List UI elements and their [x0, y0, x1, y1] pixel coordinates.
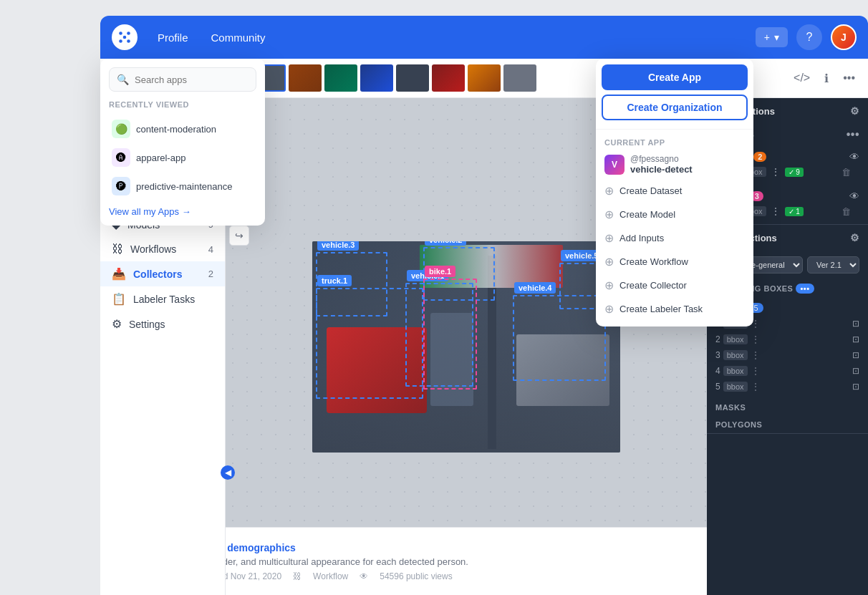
bbox-copy-3[interactable]: ⊡ [852, 350, 859, 360]
workflows-label: Workflows [130, 243, 176, 255]
code-button[interactable]: </> [789, 67, 814, 90]
truck-bbox-dots[interactable]: ⋮ [771, 166, 781, 178]
collapse-panel-button[interactable]: ◀ [221, 465, 235, 480]
bike-visibility-icon[interactable]: 👁 [849, 190, 859, 202]
nav-community[interactable]: Community [206, 29, 271, 47]
nav-item-collectors[interactable]: 📥 Collectors 2 [100, 261, 225, 286]
community-meta: 📅 Last Updated Nov 21, 2020 ⛓ Workflow 👁… [155, 571, 743, 581]
regions-more-icon[interactable]: ••• [847, 128, 859, 141]
vehicle-count-badge: ••• [796, 284, 814, 294]
polygons-label: POLYGONS [707, 416, 868, 433]
community-content: clarifai / main / demographics Predict a… [155, 542, 743, 581]
bbox-num-3: 3 [715, 350, 720, 360]
create-collector-icon: ⊕ [604, 279, 614, 292]
settings-label: Settings [129, 319, 165, 330]
image-container: vehicle.3 vehicle.2 truck.1 vehicle.1 bi… [312, 241, 620, 453]
create-model-icon: ⊕ [604, 208, 614, 221]
create-labeler-label: Create Labeler Task [619, 304, 703, 314]
search-input[interactable] [135, 74, 255, 85]
user-avatar[interactable]: J [831, 24, 857, 50]
logo[interactable] [112, 24, 138, 50]
predictions-settings-icon[interactable]: ⚙ [850, 232, 859, 243]
dd-create-model[interactable]: ⊕ Create Model [596, 203, 753, 226]
bbox-copy-1[interactable]: ⊡ [852, 319, 859, 329]
truck-delete-icon[interactable]: 🗑 [842, 167, 851, 178]
workflow-type: Workflow [313, 571, 348, 581]
thumb-3[interactable] [324, 64, 357, 92]
current-app-row: V @fpessagno vehicle-detect [596, 150, 753, 179]
thumb-4[interactable] [360, 64, 393, 92]
thumb-5[interactable] [396, 64, 429, 92]
community-title: clarifai / main / demographics [155, 542, 743, 553]
label-vehicle4: vehicle.4 [514, 282, 556, 294]
bbox-copy-2[interactable]: ⊡ [852, 334, 859, 344]
app-icon-predictive: 🅟 [112, 177, 130, 195]
create-collector-label: Create Collector [619, 280, 687, 291]
app-item-content-moderation[interactable]: 🟢 content-moderation [109, 115, 256, 143]
version-select[interactable]: Ver 2.1 [807, 256, 859, 274]
main-image: vehicle.3 vehicle.2 truck.1 vehicle.1 bi… [312, 241, 620, 453]
nav-item-workflows[interactable]: ⛓ Workflows 4 [100, 237, 225, 261]
workflows-count: 4 [208, 244, 213, 255]
create-dropdown: Create App Create Organization CURRENT A… [596, 59, 753, 326]
more-button[interactable]: ••• [839, 67, 859, 90]
recently-viewed-label: RECENTLY VIEWED [109, 100, 256, 109]
nav-profile[interactable]: Profile [152, 29, 194, 47]
nav-item-settings[interactable]: ⚙ Settings [100, 311, 225, 337]
label-vehicle3: vehicle.3 [317, 241, 359, 251]
info-button[interactable]: ℹ [820, 67, 833, 90]
app-icon-apparel: 🅐 [112, 148, 130, 167]
create-labeler-icon: ⊕ [604, 302, 614, 316]
app-item-predictive[interactable]: 🅟 predictive-maintenance [109, 172, 256, 200]
bbox-dots-2[interactable]: ⋮ [751, 334, 761, 345]
view-all-apps-link[interactable]: View all my Apps → [109, 206, 256, 217]
bbox-dots-5[interactable]: ⋮ [751, 381, 761, 392]
truck-visibility-icon[interactable]: 👁 [849, 151, 859, 163]
bbox-dots-4[interactable]: ⋮ [751, 365, 761, 377]
labeler-icon: 📋 [112, 292, 126, 306]
collectors-count: 2 [208, 269, 213, 279]
annotations-settings-icon[interactable]: ⚙ [850, 105, 859, 117]
nav-links: Profile Community [152, 29, 741, 47]
redo-button[interactable]: ↪ [229, 226, 249, 246]
nav-right: + ▾ ? J [756, 24, 857, 50]
create-org-button[interactable]: Create Organization [602, 95, 748, 120]
bbox-row-4: 4 bbox ⋮ ⊡ [715, 363, 859, 379]
bike-delete-icon[interactable]: 🗑 [842, 206, 851, 217]
dd-create-workflow[interactable]: ⊕ Create Workflow [596, 250, 753, 274]
create-workflow-icon: ⊕ [604, 255, 614, 269]
create-app-button[interactable]: Create App [602, 64, 748, 90]
bike-bbox-dots[interactable]: ⋮ [771, 205, 781, 217]
create-dataset-label: Create Dataset [619, 185, 682, 196]
bbox-dots-3[interactable]: ⋮ [751, 349, 761, 361]
dd-add-inputs[interactable]: ⊕ Add Inputs [596, 226, 753, 250]
svg-point-3 [119, 39, 122, 43]
bike-check-badge: ✓ 1 [785, 207, 804, 216]
thumb-2[interactable] [289, 64, 322, 92]
thumb-6[interactable] [432, 64, 465, 92]
bbox-copy-4[interactable]: ⊡ [852, 366, 859, 376]
thumb-8[interactable] [503, 64, 536, 92]
image-strip [253, 64, 536, 92]
app-item-apparel[interactable]: 🅐 apparel-app [109, 143, 256, 172]
thumb-7[interactable] [468, 64, 501, 92]
community-app-link[interactable]: demographics [227, 542, 296, 553]
add-button[interactable]: + ▾ [756, 27, 788, 47]
bbox-row-2: 2 bbox ⋮ ⊡ [715, 332, 859, 347]
labeler-label: Labeler Tasks [133, 294, 195, 305]
dd-create-dataset[interactable]: ⊕ Create Dataset [596, 179, 753, 203]
nav-item-labeler-tasks[interactable]: 📋 Labeler Tasks [100, 286, 225, 311]
add-inputs-icon: ⊕ [604, 231, 614, 245]
bbox-num-2: 2 [715, 334, 720, 344]
current-app-title: vehicle-detect [630, 164, 745, 175]
dd-create-labeler-task[interactable]: ⊕ Create Labeler Task [596, 297, 753, 321]
bbox-label-2: bbox [723, 334, 748, 344]
bbox-label-3: bbox [723, 350, 748, 360]
help-button[interactable]: ? [796, 24, 822, 50]
current-app-info: @fpessagno vehicle-detect [630, 154, 745, 175]
bbox-copy-5[interactable]: ⊡ [852, 382, 859, 392]
dd-create-collector[interactable]: ⊕ Create Collector [596, 274, 753, 297]
views-count: 54596 public views [380, 571, 452, 581]
app-name-content: content-moderation [136, 124, 216, 135]
label-truck1: truck.1 [317, 275, 352, 286]
